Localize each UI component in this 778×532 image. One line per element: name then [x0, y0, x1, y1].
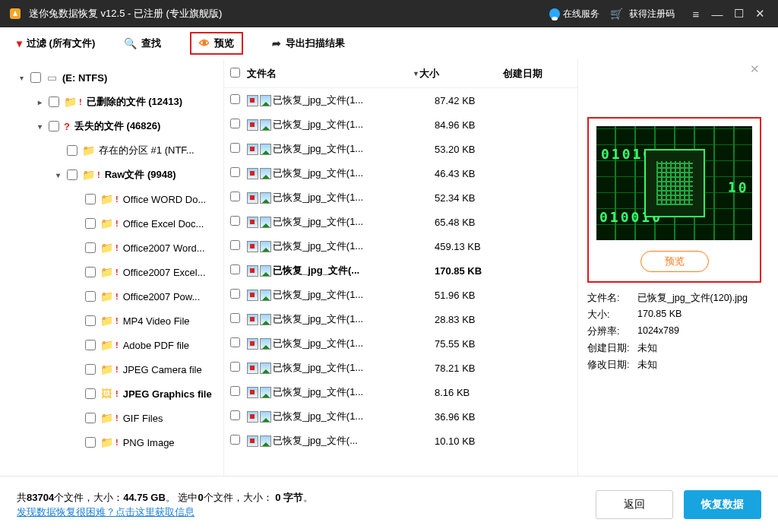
minimize-icon[interactable]: —: [707, 8, 728, 21]
table-row[interactable]: 已恢复_jpg_文件(1... 87.42 KB: [224, 88, 577, 112]
meta-res-value: 1024x789: [637, 325, 679, 338]
tree-type-item[interactable]: 📁! Office2007 Excel...: [12, 260, 223, 284]
row-checkbox[interactable]: [230, 337, 240, 347]
close-icon[interactable]: ✕: [749, 7, 770, 21]
footer-help-link[interactable]: 发现数据恢复很困难？点击这里获取信息: [17, 506, 313, 519]
row-checkbox[interactable]: [230, 119, 240, 128]
warn-icon: !: [115, 365, 119, 374]
table-row[interactable]: 已恢复_jpg_文件(1... 53.20 KB: [224, 137, 577, 161]
table-row[interactable]: 已恢复_jpg_文件(1... 52.34 KB: [224, 185, 577, 210]
row-checkbox[interactable]: [230, 216, 240, 226]
disclosure-icon[interactable]: ▾: [35, 122, 44, 131]
tree-checkbox[interactable]: [85, 340, 96, 350]
table-row[interactable]: 已恢复_jpg_文件(1... 51.96 KB: [224, 283, 577, 307]
tree-checkbox[interactable]: [85, 388, 96, 399]
tree-checkbox[interactable]: [49, 97, 59, 107]
tree-checkbox[interactable]: [85, 218, 96, 229]
tree-type-item[interactable]: 📁! Office2007 Word...: [12, 236, 223, 260]
preview-tool[interactable]: 👁 预览: [190, 32, 243, 55]
online-service-link[interactable]: 在线服务: [549, 8, 599, 21]
preview-close-icon[interactable]: ✕: [750, 62, 760, 76]
tree-checkbox[interactable]: [85, 437, 96, 448]
preview-button[interactable]: 预览: [640, 251, 709, 272]
file-list[interactable]: 已恢复_jpg_文件(1... 87.42 KB 已恢复_jpg_文件(1...…: [224, 88, 577, 476]
row-checkbox[interactable]: [230, 313, 240, 323]
file-name: 已恢复_jpg_文件(1...: [273, 337, 435, 350]
file-name: 已恢复_jpg_文件(...: [273, 434, 435, 448]
tree-checkbox[interactable]: [49, 121, 59, 131]
export-icon: ➦: [272, 37, 281, 49]
find-tool[interactable]: 🔍 查找: [124, 36, 161, 50]
table-row[interactable]: 已恢复_jpg_文件(... 170.85 KB: [224, 258, 577, 283]
menu-icon[interactable]: ≡: [685, 8, 707, 21]
folder-tree[interactable]: ▾ ▭ (E: NTFS) ▸ 📁! 已删除的文件 (12413) ▾ ? 丢失…: [12, 59, 223, 476]
row-checkbox[interactable]: [230, 143, 240, 153]
tree-root[interactable]: ▾ ▭ (E: NTFS): [12, 65, 223, 90]
row-checkbox[interactable]: [230, 386, 240, 396]
tree-type-item[interactable]: 📁! JPEG Camera file: [12, 357, 223, 382]
tree-checkbox[interactable]: [85, 194, 96, 204]
table-row[interactable]: 已恢复_jpg_文件(1... 75.55 KB: [224, 331, 577, 356]
preview-highlight-box: 0101001001010 预览: [587, 117, 761, 283]
select-all-checkbox[interactable]: [230, 68, 240, 78]
disclosure-icon[interactable]: ▸: [35, 98, 44, 106]
tree-checkbox[interactable]: [85, 315, 96, 326]
col-filename[interactable]: 文件名▼: [247, 67, 419, 81]
export-tool[interactable]: ➦ 导出扫描结果: [272, 36, 345, 50]
table-row[interactable]: 已恢复_jpg_文件(1... 459.13 KB: [224, 234, 577, 258]
recover-button[interactable]: 恢复数据: [684, 490, 761, 519]
filter-tool[interactable]: ▾ 过滤 (所有文件): [17, 36, 95, 50]
warn-icon: !: [79, 97, 82, 106]
disclosure-icon[interactable]: ▾: [53, 171, 62, 179]
table-row[interactable]: 已恢复_jpg_文件(1... 36.96 KB: [224, 404, 577, 429]
tree-checkbox[interactable]: [85, 413, 96, 423]
table-row[interactable]: 已恢复_jpg_文件(1... 28.83 KB: [224, 307, 577, 331]
table-row[interactable]: 已恢复_jpg_文件(1... 46.43 KB: [224, 161, 577, 185]
tree-type-item[interactable]: 📁! Adobe PDF file: [12, 333, 223, 357]
tree-partition[interactable]: 📁 存在的分区 #1 (NTF...: [12, 138, 223, 163]
tree-type-label: Office2007 Excel...: [123, 267, 206, 278]
tree-type-item[interactable]: 📁! Office WORD Do...: [12, 187, 223, 211]
col-size[interactable]: 大小: [419, 67, 503, 81]
warn-icon: !: [115, 316, 119, 325]
tree-lost[interactable]: ▾ ? 丢失的文件 (46826): [12, 114, 223, 138]
tree-checkbox[interactable]: [67, 169, 77, 180]
app-logo-icon: [8, 6, 23, 21]
table-row[interactable]: 已恢复_jpg_文件(1... 65.48 KB: [224, 210, 577, 234]
row-checkbox[interactable]: [230, 167, 240, 177]
tree-checkbox[interactable]: [85, 364, 96, 375]
row-checkbox[interactable]: [230, 240, 240, 250]
table-row[interactable]: 已恢复_jpg_文件(1... 78.21 KB: [224, 356, 577, 380]
row-checkbox[interactable]: [230, 410, 240, 420]
folder-icon: 📁: [100, 315, 112, 327]
row-checkbox[interactable]: [230, 289, 240, 299]
disclosure-icon[interactable]: ▾: [17, 74, 26, 82]
get-reg-code-link[interactable]: 🛒 获得注册码: [610, 8, 675, 21]
tree-checkbox[interactable]: [85, 267, 96, 277]
tree-raw[interactable]: ▾ 📁! Raw文件 (9948): [12, 163, 223, 187]
row-checkbox[interactable]: [230, 94, 240, 104]
folder-icon: 📁: [100, 290, 112, 302]
table-row[interactable]: 已恢复_jpg_文件(1... 8.16 KB: [224, 380, 577, 404]
row-checkbox[interactable]: [230, 264, 240, 274]
tree-type-item[interactable]: 📁! PNG Image: [12, 430, 223, 454]
tree-type-item[interactable]: 📁! Office Excel Doc...: [12, 211, 223, 236]
row-checkbox[interactable]: [230, 362, 240, 372]
back-button[interactable]: 返回: [596, 490, 673, 519]
row-checkbox[interactable]: [230, 435, 240, 445]
tree-type-item[interactable]: 📁! Office2007 Pow...: [12, 284, 223, 309]
tree-deleted[interactable]: ▸ 📁! 已删除的文件 (12413): [12, 90, 223, 114]
row-checkbox[interactable]: [230, 192, 240, 201]
tree-checkbox[interactable]: [85, 291, 96, 302]
table-row[interactable]: 已恢复_jpg_文件(... 10.10 KB: [224, 429, 577, 453]
tree-checkbox[interactable]: [67, 145, 77, 156]
tree-checkbox[interactable]: [85, 242, 96, 253]
col-date[interactable]: 创建日期: [503, 67, 571, 81]
tree-type-item[interactable]: 🖼! JPEG Graphics file: [12, 382, 223, 406]
tree-type-item[interactable]: 📁! MP4 Video File: [12, 309, 223, 333]
tree-type-item[interactable]: 📁! GIF Files: [12, 406, 223, 430]
tree-checkbox[interactable]: [30, 72, 41, 83]
file-thumb-icon: [247, 435, 273, 447]
maximize-icon[interactable]: ☐: [728, 7, 749, 21]
table-row[interactable]: 已恢复_jpg_文件(1... 84.96 KB: [224, 112, 577, 137]
